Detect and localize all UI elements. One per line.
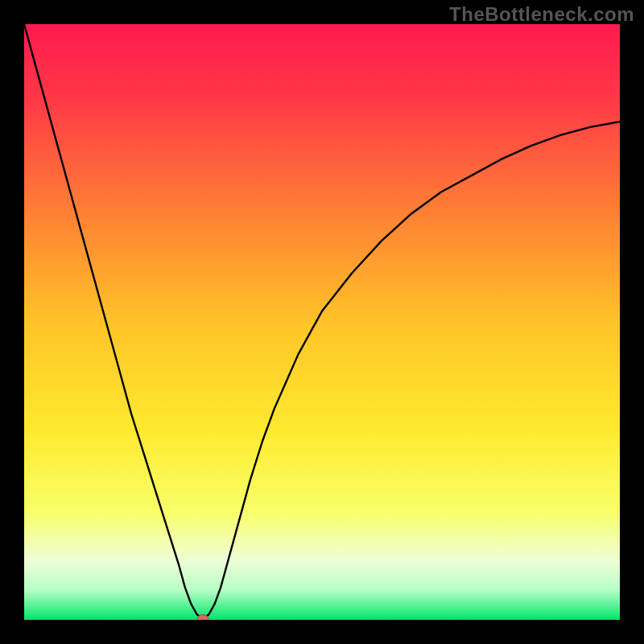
gradient-background	[24, 24, 620, 620]
optimum-marker	[197, 615, 208, 620]
chart-container: TheBottleneck.com	[0, 0, 644, 644]
watermark-text: TheBottleneck.com	[449, 3, 634, 26]
plot-svg	[24, 24, 620, 620]
plot-frame	[24, 24, 620, 620]
